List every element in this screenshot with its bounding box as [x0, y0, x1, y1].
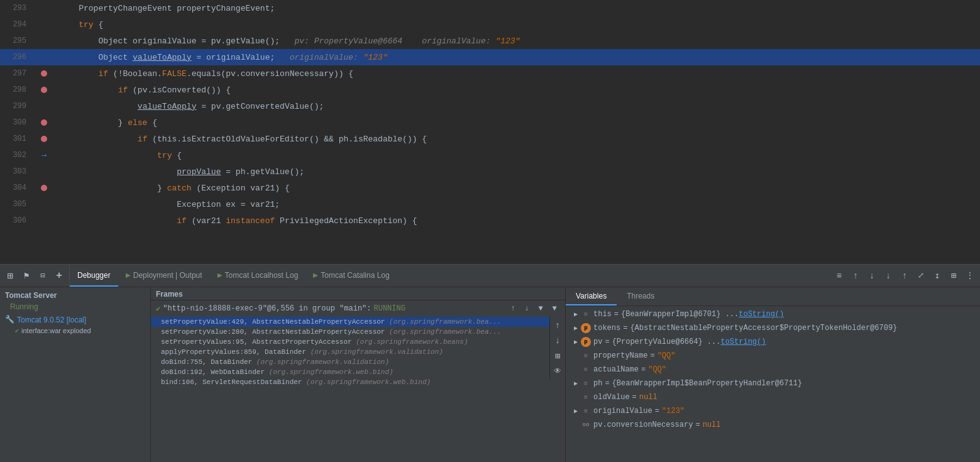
breakpoint-gutter[interactable]: [31, 185, 57, 191]
var-value-propertyname: "QQ": [658, 351, 676, 360]
code-line-296: 296 Object valueToApply = originalValue;…: [0, 49, 980, 65]
expand-icon-pv-cn: ▶: [571, 420, 581, 430]
frames-edge-icons: ↑ ↓ ⊞ 👁: [549, 317, 565, 380]
expand-icon-ph[interactable]: ▶: [571, 378, 581, 388]
frame-edge-down[interactable]: ↓: [551, 334, 564, 347]
toolbar-icon-4[interactable]: +: [52, 268, 67, 283]
code-content: } catch (Exception var21) {: [57, 184, 980, 193]
right-icon-up[interactable]: ↑: [848, 268, 863, 283]
var-icon-pv: p: [581, 337, 591, 347]
line-number: 305: [0, 200, 31, 209]
thread-filter-icon[interactable]: ▼: [535, 303, 546, 314]
tab-tomcat-catalina[interactable]: ▶ Tomcat Catalina Log: [306, 265, 397, 287]
thread-down-icon[interactable]: ↓: [521, 303, 532, 314]
var-name-pv-cn: pv.conversionNecessary: [593, 421, 693, 429]
var-originalvalue[interactable]: ▶ ≡ originalValue = "123": [566, 404, 980, 418]
right-icon-pin[interactable]: ↧: [930, 268, 945, 283]
frames-header: Frames: [151, 287, 565, 300]
line-number: 296: [0, 53, 31, 62]
breakpoint-gutter[interactable]: [31, 119, 57, 126]
server-name: Tomcat Server: [0, 287, 150, 301]
var-name-this: this: [593, 310, 612, 319]
var-ph[interactable]: ▶ ≡ ph = {BeanWrapperImpl$BeanPropertyHa…: [566, 377, 980, 390]
code-content: if (var21 instanceof PrivilegedActionExc…: [57, 216, 980, 226]
frames-panel: Frames ✔ "http-nio-18888-exec-9"@6,556 i…: [151, 287, 566, 462]
expand-icon-originalvalue[interactable]: ▶: [571, 406, 581, 416]
server-instance-row[interactable]: 🔧 Tomcat 9.0.52 [local]: [0, 314, 150, 326]
tab-debugger[interactable]: Debugger: [70, 265, 118, 287]
expand-icon-tokens[interactable]: ▶: [571, 323, 581, 333]
var-name-pv: pv: [593, 338, 602, 346]
var-oldvalue[interactable]: ▶ ≡ oldValue = null: [566, 390, 980, 404]
server-running-status: Running: [0, 301, 150, 314]
var-value-pv-link[interactable]: toString(): [720, 338, 766, 346]
frame-edge-grid[interactable]: ⊞: [551, 349, 564, 362]
var-value-this-link[interactable]: toString(): [739, 310, 784, 319]
variables-panel: Variables Threads ▶ ≡ this = {BeanWrappe…: [566, 287, 980, 462]
code-line-303: 303 propValue = ph.getValue();: [0, 163, 980, 180]
tab-threads[interactable]: Threads: [617, 287, 664, 305]
breakpoint-gutter[interactable]: [31, 70, 57, 77]
code-content: } else {: [57, 118, 980, 128]
expand-icon-this[interactable]: ▶: [571, 309, 581, 319]
frame-edge-eye[interactable]: 👁: [551, 365, 564, 377]
expand-icon-propertyname: ▶: [571, 351, 581, 361]
code-editor: 293 PropertyChangeEvent propertyChangeEv…: [0, 0, 980, 264]
right-icon-grid[interactable]: ⊞: [946, 268, 961, 283]
line-number: 293: [0, 4, 31, 13]
tab-deployment[interactable]: ▶ Deployment | Output: [118, 265, 210, 287]
frame-edge-up[interactable]: ↑: [551, 319, 564, 332]
code-content: valueToApply = pv.getConvertedValue();: [57, 102, 980, 111]
var-name-tokens: tokens: [593, 324, 620, 333]
var-actualname[interactable]: ▶ ≡ actualName = "QQ": [566, 363, 980, 377]
right-icon-down2[interactable]: ↓: [881, 268, 896, 283]
line-number: 306: [0, 216, 31, 225]
frame-item-5[interactable]: doBind:192, WebDataBinder (org.springfra…: [151, 367, 565, 377]
right-icon-menu[interactable]: ≡: [832, 268, 847, 283]
var-name-oldvalue: oldValue: [593, 393, 630, 402]
breakpoint-gutter[interactable]: [31, 136, 57, 142]
tab-variables[interactable]: Variables: [566, 287, 617, 305]
expand-icon-pv[interactable]: ▶: [571, 337, 581, 347]
var-icon-pv-cn: oo: [581, 420, 591, 430]
var-icon-propertyname: ≡: [581, 351, 591, 361]
breakpoint-gutter[interactable]: [31, 87, 57, 93]
line-number: 300: [0, 118, 31, 127]
toolbar-icon-1[interactable]: ⊞: [3, 268, 18, 283]
toolbar-icon-2[interactable]: ⚑: [19, 268, 34, 283]
right-icon-down1[interactable]: ↓: [864, 268, 879, 283]
frame-item-3[interactable]: applyPropertyValues:859, DataBinder (org…: [151, 347, 565, 357]
var-name-actualname: actualName: [593, 365, 639, 374]
server-instance-label[interactable]: Tomcat 9.0.52 [local]: [17, 316, 86, 324]
server-deploy-row[interactable]: ✔ interface:war exploded: [0, 326, 150, 336]
var-pv-conversionnecessary[interactable]: ▶ oo pv.conversionNecessary = null: [566, 418, 980, 432]
code-content: try {: [57, 20, 980, 30]
right-icon-up2[interactable]: ↑: [897, 268, 912, 283]
var-value-pv-cn: null: [703, 421, 721, 429]
frame-item-1[interactable]: setPropertyValue:280, AbstractNestablePr…: [151, 327, 565, 337]
frame-item-6[interactable]: bind:106, ServletRequestDataBinder (org.…: [151, 377, 565, 387]
var-name-originalvalue: originalValue: [593, 407, 652, 415]
frame-item-2[interactable]: setPropertyValues:95, AbstractPropertyAc…: [151, 337, 565, 347]
var-pv[interactable]: ▶ p pv = {PropertyValue@6664} ... toStri…: [566, 335, 980, 349]
breakpoint-dot: [41, 185, 47, 191]
var-value-originalvalue: "123": [662, 407, 685, 415]
line-number: 294: [0, 20, 31, 29]
thread-settings-icon[interactable]: ▼: [549, 303, 560, 314]
tab-tomcat-localhost-label: Tomcat Localhost Log: [225, 271, 299, 280]
toolbar-icon-3[interactable]: ⊟: [35, 268, 50, 283]
var-this[interactable]: ▶ ≡ this = {BeanWrapperImpl@6701} ... to…: [566, 307, 980, 321]
line-number: 297: [0, 69, 31, 78]
right-icon-expand[interactable]: ⤢: [913, 268, 928, 283]
code-line-302: 302 → try {: [0, 147, 980, 163]
tab-tomcat-localhost[interactable]: ▶ Tomcat Localhost Log: [210, 265, 306, 287]
var-propertyname[interactable]: ▶ ≡ propertyName = "QQ": [566, 349, 980, 363]
right-icon-more[interactable]: ⋮: [962, 268, 977, 283]
frame-item-0[interactable]: setPropertyValue:429, AbstractNestablePr…: [151, 317, 565, 327]
code-line-299: 299 valueToApply = pv.getConvertedValue(…: [0, 98, 980, 114]
breakpoint-gutter[interactable]: →: [31, 150, 57, 160]
thread-up-icon[interactable]: ↑: [507, 303, 519, 314]
frame-item-4[interactable]: doBind:755, DataBinder (org.springframew…: [151, 357, 565, 367]
var-tokens[interactable]: ▶ p tokens = {AbstractNestablePropertyAc…: [566, 321, 980, 335]
breakpoint-dot: [41, 119, 47, 126]
